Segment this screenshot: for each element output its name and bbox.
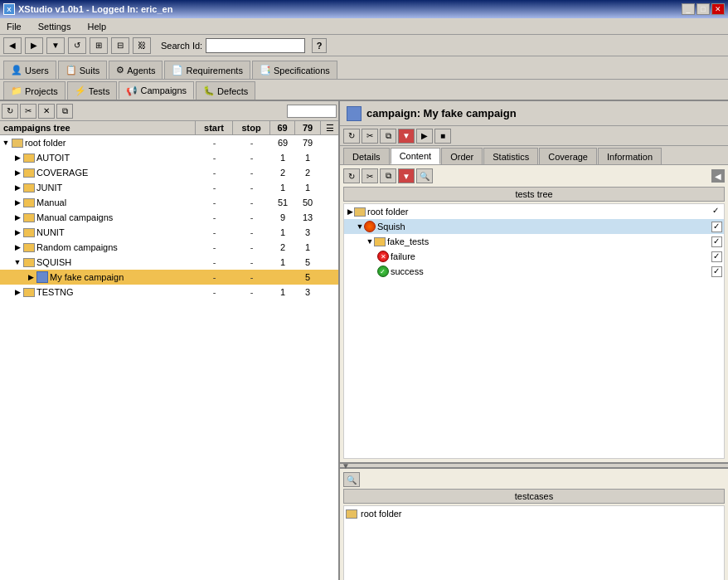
left-delete-button[interactable]: ✕ [38, 104, 55, 119]
tab-users-label: Users [25, 66, 49, 76]
tab-coverage[interactable]: Coverage [539, 148, 597, 164]
expand-icon[interactable]: ▶ [13, 198, 22, 207]
list-item[interactable]: ▶ JUNIT - - 1 1 [0, 180, 338, 195]
tree-add-button[interactable]: ↻ [343, 168, 360, 183]
tab-statistics[interactable]: Statistics [483, 148, 538, 164]
tree-item-start: - [196, 272, 233, 282]
window-controls[interactable]: _ □ ✕ [682, 3, 725, 15]
expand-icon[interactable]: ▶ [13, 213, 22, 222]
minimize-button[interactable]: _ [682, 3, 695, 15]
expand-icon[interactable]: ▶ [27, 273, 35, 281]
left-copy-button[interactable]: ⧉ [56, 104, 73, 119]
back-button[interactable]: ◀ [3, 37, 22, 54]
tab-specifications-label: Specifications [274, 66, 330, 76]
tab-information[interactable]: Information [598, 148, 662, 164]
test-item-checkbox[interactable] [711, 207, 722, 217]
search-input[interactable] [206, 38, 305, 53]
expand-icon[interactable]: ▶ [13, 243, 22, 251]
tree-options-button[interactable]: ☰ [320, 121, 338, 134]
right-filter-button[interactable]: ▼ [398, 129, 415, 144]
tab-specifications[interactable]: 📑 Specifications [252, 61, 337, 79]
dropdown-button[interactable]: ▼ [46, 37, 65, 54]
tab-order[interactable]: Order [441, 148, 483, 164]
list-item[interactable]: ▶ TESTNG - - 1 3 [0, 285, 338, 300]
expand-icon[interactable]: ▼ [356, 222, 364, 231]
list-item[interactable]: ▶ My fake campaign - - 5 [0, 270, 338, 285]
right-stop-button[interactable]: ■ [434, 129, 451, 144]
right-refresh-button[interactable]: ↻ [343, 129, 360, 144]
tree-remove-button[interactable]: ✂ [362, 168, 378, 183]
grid2-button[interactable]: ⊟ [111, 37, 129, 54]
forward-button[interactable]: ▶ [25, 37, 43, 54]
list-item[interactable]: ▶ Manual campaigns - - 9 13 [0, 210, 338, 225]
right-panel-toolbar: ↻ ✂ ⧉ ▼ ▶ ■ [340, 126, 728, 146]
left-search-input[interactable] [287, 105, 337, 118]
tab-suits[interactable]: 📋 Suits [58, 61, 107, 79]
testcases-search-button[interactable]: 🔍 [343, 472, 360, 487]
tree-item-start: - [196, 153, 233, 163]
test-item-checkbox[interactable] [711, 266, 722, 277]
list-item[interactable]: ▼ root folder - - 69 79 [0, 135, 338, 150]
menu-file[interactable]: File [3, 21, 25, 32]
expand-icon[interactable]: ▶ [13, 288, 22, 296]
menu-help[interactable]: Help [84, 21, 109, 32]
tree-copy-button[interactable]: ⧉ [380, 168, 396, 183]
list-item[interactable]: ▶ AUTOIT - - 1 1 [0, 150, 338, 165]
maximize-button[interactable]: □ [696, 3, 710, 15]
expand-icon[interactable]: ▼ [2, 139, 10, 147]
list-item[interactable]: ▶ Random campaigns - - 2 1 [0, 240, 338, 255]
folder-icon [23, 228, 35, 237]
tab-defects[interactable]: 🐛 Defects [196, 81, 255, 100]
list-item[interactable]: ▶ root folder [344, 204, 724, 219]
expand-icon[interactable]: ▼ [366, 237, 374, 246]
left-add-button[interactable]: ↻ [2, 104, 18, 119]
close-button[interactable]: ✕ [711, 3, 725, 15]
tree-filter-button[interactable]: ▼ [398, 168, 415, 183]
tab-content[interactable]: Content [391, 148, 441, 164]
list-item[interactable]: ▶ Manual - - 51 50 [0, 195, 338, 210]
tree-item-label: AUTOIT [36, 153, 70, 163]
tab-campaigns-label: Campaigns [140, 85, 187, 95]
tree-item-start: - [196, 287, 233, 297]
grid-button[interactable]: ⊞ [90, 37, 108, 54]
tab-details[interactable]: Details [343, 148, 390, 164]
list-item[interactable]: ▼ SQUISH - - 1 5 [0, 255, 338, 270]
help-button[interactable]: ? [312, 38, 327, 53]
right-play-button[interactable]: ▶ [416, 129, 433, 144]
test-item-checkbox[interactable] [711, 251, 722, 262]
tab-projects[interactable]: 📁 Projects [3, 81, 66, 100]
expand-icon[interactable]: ▶ [13, 228, 22, 236]
tab-agents[interactable]: ⚙ Agents [109, 61, 163, 79]
right-panel-title: campaign: My fake campaign [366, 107, 517, 119]
tab-tests[interactable]: ⚡ Tests [67, 81, 118, 100]
left-edit-button[interactable]: ✂ [20, 104, 36, 119]
list-item[interactable]: failure [344, 249, 724, 264]
list-item[interactable]: root folder [344, 506, 724, 521]
testcases-list: root folder [343, 505, 725, 580]
test-item-checkbox[interactable] [711, 222, 722, 232]
panel-divider[interactable]: ▼ [340, 462, 728, 469]
tab-requirements[interactable]: 📄 Requirements [164, 61, 250, 79]
list-item[interactable]: success [344, 264, 724, 279]
tree-search-button[interactable]: 🔍 [416, 168, 433, 183]
refresh-button[interactable]: ↺ [68, 37, 86, 54]
tree-panel-toggle[interactable]: ◀ [711, 169, 725, 183]
tab-campaigns[interactable]: 📢 Campaigns [119, 81, 194, 100]
link-button[interactable]: ⛓ [133, 37, 151, 54]
expand-icon[interactable]: ▶ [13, 183, 22, 192]
list-item[interactable]: ▼ Squish [344, 219, 724, 234]
left-panel-toolbar: ↻ ✂ ✕ ⧉ [0, 101, 338, 121]
list-item[interactable]: ▶ COVERAGE - - 2 2 [0, 165, 338, 180]
expand-icon[interactable]: ▼ [13, 258, 22, 266]
expand-icon[interactable]: ▶ [13, 168, 22, 177]
list-item[interactable]: ▼ fake_tests [344, 234, 724, 249]
right-edit-button[interactable]: ✂ [362, 129, 378, 144]
expand-icon[interactable]: ▶ [13, 154, 22, 162]
tree-item-col4: 13 [295, 212, 320, 222]
expand-icon[interactable]: ▶ [346, 207, 354, 216]
tab-users[interactable]: 👤 Users [3, 61, 56, 79]
list-item[interactable]: ▶ NUNIT - - 1 3 [0, 225, 338, 240]
right-copy-button[interactable]: ⧉ [380, 129, 396, 144]
test-item-checkbox[interactable] [711, 236, 722, 247]
menu-settings[interactable]: Settings [35, 21, 75, 32]
